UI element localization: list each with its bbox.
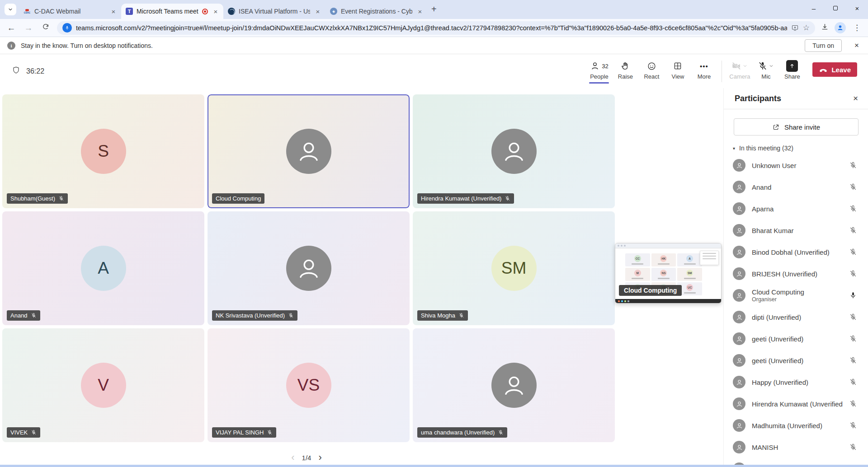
address-bar[interactable]: teams.microsoft.com/v2/?meetingjoin=true… — [57, 21, 815, 35]
share-screen-icon — [786, 60, 798, 72]
browser-menu-icon[interactable]: ⋮ — [851, 23, 863, 33]
list-item[interactable]: geeti (Unverified) — [724, 328, 868, 350]
back-button[interactable]: ← — [5, 23, 17, 33]
bookmark-star-icon[interactable]: ☆ — [803, 23, 810, 33]
raise-hand-button[interactable]: Raise — [612, 58, 638, 80]
participant-mic-status[interactable] — [849, 183, 857, 191]
tab-title: C-DAC Webmail — [34, 8, 106, 15]
video-tile[interactable]: SM Shiva Mogha — [413, 211, 615, 325]
tab-teams-meeting[interactable]: T Microsoft Teams meeting | × — [121, 4, 223, 19]
view-button[interactable]: View — [665, 58, 691, 80]
in-meeting-section-header[interactable]: ▾ In this meeting (32) — [724, 141, 868, 154]
list-item[interactable]: Aparna — [724, 198, 868, 219]
site-mic-permission-icon[interactable] — [62, 23, 72, 33]
horizontal-scrollbar[interactable] — [0, 465, 868, 467]
list-item[interactable]: Binod Dobhal (Unverified) — [724, 241, 868, 263]
leave-button[interactable]: Leave — [812, 62, 857, 77]
tab-close-icon[interactable]: × — [212, 7, 220, 15]
tab-cdac-webmail[interactable]: CDAC C-DAC Webmail × — [19, 4, 121, 19]
list-item[interactable]: Unknown User — [724, 154, 868, 176]
participant-mic-status[interactable] — [849, 291, 857, 299]
video-tile[interactable]: Cloud Computing — [208, 94, 410, 208]
participant-mic-status[interactable] — [849, 378, 857, 386]
participant-mic-status[interactable] — [849, 443, 857, 451]
forward-button[interactable]: → — [23, 23, 34, 33]
participant-list: Unknown User Anand — [724, 154, 868, 458]
mic-button[interactable]: Mic — [753, 58, 779, 80]
browser-profile-avatar[interactable] — [835, 22, 846, 33]
next-page-icon[interactable]: › — [318, 452, 321, 463]
list-item[interactable]: BRIJESH (Unverified) — [724, 263, 868, 285]
participant-mic-status[interactable] — [849, 313, 857, 321]
raise-hand-icon — [621, 61, 630, 71]
participant-initials-avatar: V — [81, 363, 126, 408]
previous-page-icon[interactable]: ‹ — [291, 452, 294, 463]
people-button[interactable]: 32 People — [586, 58, 612, 84]
tab-isea-platform[interactable]: ISEA Virtual Platform - User Da × — [223, 4, 326, 19]
participant-name: geeti (Unverified) — [752, 357, 843, 364]
participant-name: Bharat Kumar — [752, 227, 843, 234]
window-maximize-button[interactable] — [825, 0, 846, 16]
tab-close-icon[interactable]: × — [416, 7, 424, 15]
tab-close-icon[interactable]: × — [314, 7, 322, 15]
list-item[interactable]: dipti (Unverified) — [724, 306, 868, 328]
panel-title: Participants — [735, 94, 781, 103]
participant-mic-status[interactable] — [849, 270, 857, 278]
participant-mic-status[interactable] — [849, 205, 857, 213]
video-tile[interactable]: Hirendra Kumawat (Unverified) — [413, 94, 615, 208]
list-item[interactable]: Bharat Kumar — [724, 219, 868, 241]
camera-button[interactable]: Camera — [726, 58, 753, 80]
notification-close-icon[interactable]: × — [854, 41, 859, 50]
participant-mic-status[interactable] — [849, 335, 857, 343]
video-tile[interactable]: NK Srivastava (Unverified) — [208, 211, 410, 325]
screen-share-preview[interactable]: CC HK A M NS — [615, 243, 722, 304]
download-icon[interactable] — [821, 23, 829, 33]
person-avatar-icon — [286, 246, 331, 291]
list-item[interactable]: MANISH — [724, 436, 868, 458]
mic-muted-icon — [498, 430, 504, 435]
video-tile[interactable]: VS VIJAY PAL SINGH — [208, 328, 410, 442]
list-item[interactable]: Madhumita (Unverified) — [724, 415, 868, 436]
list-item[interactable]: Happy (Unverified) — [724, 371, 868, 393]
participant-role: Organiser — [752, 296, 843, 303]
url-text[interactable]: teams.microsoft.com/v2/?meetingjoin=true… — [76, 24, 787, 32]
tab-search-chevron-icon[interactable] — [5, 4, 16, 15]
isea-favicon-icon — [228, 8, 235, 15]
shield-icon — [12, 66, 20, 76]
participant-name: Happy (Unverified) — [752, 378, 843, 386]
participant-mic-status[interactable] — [849, 356, 857, 364]
tab-event-registrations[interactable]: ◈ Event Registrations - Cyber Awa × — [326, 4, 428, 19]
list-item[interactable]: geeti (Unverified) — [724, 350, 868, 371]
list-item[interactable]: Cloud Computing Organiser — [724, 285, 868, 306]
video-tile[interactable]: uma chandwara (Unverified) — [413, 328, 615, 442]
list-item[interactable]: Anand — [724, 176, 868, 198]
browser-toolbar: ← → teams.microsoft.com/v2/?meetingjoin=… — [0, 19, 868, 37]
video-tile[interactable]: A Anand — [2, 211, 204, 325]
window-close-button[interactable]: × — [846, 0, 868, 16]
participant-mic-status[interactable] — [849, 161, 857, 169]
turn-on-button[interactable]: Turn on — [805, 39, 842, 52]
react-button[interactable]: React — [638, 58, 665, 80]
window-minimize-button[interactable]: – — [803, 0, 825, 16]
participant-initials-avatar: VS — [286, 363, 331, 408]
participant-mic-status[interactable] — [849, 400, 857, 408]
list-item[interactable]: Hirendra Kumawat (Unverified) — [724, 393, 868, 415]
participant-name: Hirendra Kumawat (Unverified) — [752, 400, 843, 408]
share-invite-button[interactable]: Share invite — [734, 118, 859, 135]
participant-mic-status[interactable] — [849, 421, 857, 430]
share-button[interactable]: Share — [779, 58, 805, 80]
new-tab-button[interactable]: + — [431, 4, 437, 14]
install-app-icon[interactable] — [791, 24, 799, 32]
more-button[interactable]: ••• More — [691, 58, 717, 80]
participant-avatar-icon — [733, 159, 745, 172]
teams-meeting-stage: 36:22 32 People Raise — [0, 54, 868, 465]
tab-close-icon[interactable]: × — [109, 7, 118, 15]
video-tile[interactable]: V VIVEK — [2, 328, 204, 442]
video-tile[interactable]: S Shubham(Guest) — [2, 94, 204, 208]
reload-button[interactable] — [40, 23, 52, 33]
mic-muted-icon — [458, 313, 464, 318]
panel-close-icon[interactable]: × — [853, 93, 858, 103]
list-item-partial — [724, 458, 868, 465]
participant-mic-status[interactable] — [849, 248, 857, 256]
participant-mic-status[interactable] — [849, 226, 857, 234]
